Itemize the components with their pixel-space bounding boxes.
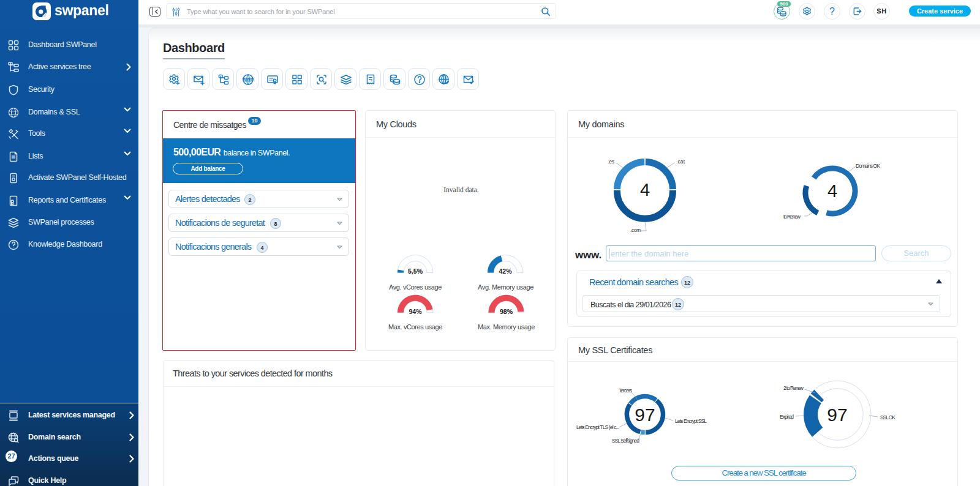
svg-text:Lets Encrypt TLS (el c...: Lets Encrypt TLS (el c...: [576, 424, 619, 430]
svg-text:94%: 94%: [409, 308, 422, 315]
svg-text:Lets Encrypt SSL: Lets Encrypt SSL: [675, 418, 707, 424]
svg-text:WWW: WWW: [243, 77, 254, 81]
svg-text:42%: 42%: [499, 267, 512, 275]
svg-text:Expired: Expired: [780, 414, 794, 420]
svg-text:2 to Renew: 2 to Renew: [783, 385, 804, 391]
svg-text:98%: 98%: [500, 308, 513, 315]
svg-text:to Renew: to Renew: [783, 214, 801, 220]
svg-text:.es: .es: [608, 159, 614, 165]
svg-text:SSL OK: SSL OK: [880, 414, 895, 421]
svg-text:4: 4: [827, 181, 837, 201]
svg-text:.com: .com: [630, 227, 641, 233]
svg-text:4: 4: [640, 180, 650, 200]
svg-text:SSL Selfsigned: SSL Selfsigned: [612, 438, 639, 444]
svg-text:Tercers: Tercers: [619, 387, 632, 394]
svg-text:5,5%: 5,5%: [408, 267, 423, 275]
svg-text:97: 97: [827, 405, 847, 425]
svg-text:97: 97: [635, 405, 655, 425]
svg-text:.cat: .cat: [676, 159, 685, 165]
svg-text:Domains OK: Domains OK: [856, 163, 880, 169]
